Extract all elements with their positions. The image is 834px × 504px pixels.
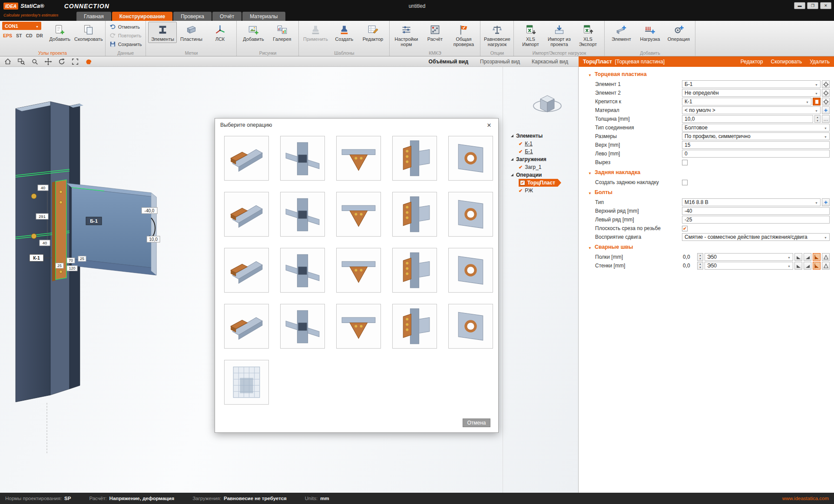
pick-element-button[interactable] (822, 98, 830, 105)
undo-button[interactable]: Отменить (108, 23, 144, 31)
import-from-project-button[interactable]: Импорт из проекта (545, 22, 573, 48)
save-button[interactable]: Сохранить (108, 40, 144, 48)
create-backplate-checkbox[interactable] (682, 180, 688, 185)
3d-model[interactable]: Б-1 К-1 40 291 (3, 96, 212, 456)
template-editor-button[interactable]: Редактор (358, 22, 387, 43)
add-member-button[interactable]: Элемент (607, 22, 635, 43)
operation-thumbnail[interactable] (392, 136, 437, 181)
delete-action[interactable]: Удалить (810, 59, 830, 65)
attached-to-select[interactable]: К-1 (682, 98, 811, 105)
tab-design[interactable]: Конструирование (112, 12, 173, 21)
shear-plane-checkbox[interactable] (682, 226, 688, 231)
cutout-checkbox[interactable] (682, 160, 688, 165)
rotate-icon[interactable] (57, 57, 66, 66)
labels-elements-button[interactable]: Элементы (148, 22, 177, 43)
tree-item-k1[interactable]: К-1 (511, 140, 558, 148)
operation-thumbnail[interactable] (224, 192, 269, 237)
operation-thumbnail[interactable] (336, 248, 381, 293)
beam-label[interactable]: Б-1 (86, 217, 102, 225)
tree-group-loads[interactable]: Загружения (511, 155, 558, 163)
tree-item-b1[interactable]: Б-1 (511, 148, 558, 155)
tab-check[interactable]: Проверка (173, 12, 212, 21)
minimize-button[interactable]: ▬ (794, 2, 805, 9)
view-mode-solid[interactable]: Объёмный вид (429, 59, 468, 65)
operation-thumbnail[interactable] (224, 360, 269, 405)
section-bolts-header[interactable]: Болты (579, 187, 834, 198)
operation-thumbnail[interactable] (448, 248, 493, 293)
close-icon[interactable]: ✕ (485, 122, 493, 128)
website-link[interactable]: www.ideastatica.com (782, 496, 829, 501)
mode-cd[interactable]: CD (26, 33, 32, 38)
flange-weld-stepper[interactable] (697, 253, 703, 261)
view-mode-wireframe[interactable]: Каркасный вид (532, 59, 568, 65)
operation-thumbnail[interactable] (280, 248, 325, 293)
operation-thumbnail[interactable] (224, 248, 269, 293)
operation-thumbnail[interactable] (448, 192, 493, 237)
operation-thumbnail[interactable] (448, 136, 493, 181)
material-select[interactable]: < по умолч > (682, 106, 821, 114)
home-view-icon[interactable] (3, 57, 12, 66)
xls-import-button[interactable]: XLS Импорт (516, 22, 545, 48)
tab-materials[interactable]: Материалы (242, 12, 285, 21)
add-bolt-assembly-button[interactable] (822, 198, 830, 206)
code-setup-button[interactable]: Настройки норм (392, 22, 420, 48)
zoom-window-icon[interactable] (17, 57, 26, 66)
operation-thumbnail[interactable] (392, 248, 437, 293)
spin-up-icon[interactable] (815, 115, 820, 119)
add-node-button[interactable]: Добавить (46, 22, 74, 43)
copy-action[interactable]: Скопировать (771, 59, 802, 65)
operation-thumbnail[interactable] (224, 304, 269, 349)
shear-transfer-select[interactable]: Смятие - совместное действие растяжения/… (682, 233, 830, 241)
spin-down-icon[interactable] (698, 257, 703, 260)
weld-type-button[interactable] (822, 253, 830, 261)
operation-thumbnail[interactable] (280, 192, 325, 237)
plate-bolt[interactable] (60, 191, 63, 194)
bolt-head[interactable] (31, 234, 36, 239)
joint-type-select[interactable]: Болтовое (682, 124, 830, 132)
weld-type-button[interactable] (822, 262, 830, 270)
gallery-button[interactable]: Галерея (268, 22, 296, 43)
weld-type-button[interactable] (804, 262, 811, 270)
plate-bolt[interactable] (60, 201, 63, 204)
weld-type-button-active[interactable] (813, 262, 821, 270)
apply-template-button[interactable]: Применить (301, 22, 330, 43)
checkbox-icon[interactable] (520, 180, 525, 185)
copy-node-button[interactable]: Скопировать (74, 22, 103, 43)
labels-lcs-button[interactable]: ЛСК (205, 22, 234, 43)
flange-weld-size[interactable]: 0,0 (682, 253, 696, 261)
operation-thumbnail[interactable] (224, 136, 269, 181)
operation-thumbnail[interactable] (392, 304, 437, 349)
weld-type-button[interactable] (794, 262, 802, 270)
create-template-button[interactable]: Создать (330, 22, 358, 43)
render-settings-icon[interactable] (84, 57, 93, 66)
tree-group-operations[interactable]: Операции (511, 171, 558, 179)
column-flange-face[interactable] (16, 102, 50, 402)
operation-thumbnail[interactable] (280, 304, 325, 349)
load-equilibrium-button[interactable]: Равновесие нагрузок (483, 22, 511, 48)
thickness-stepper[interactable] (814, 115, 821, 123)
weld-type-button[interactable] (804, 253, 811, 261)
maximize-button[interactable]: ❐ (807, 2, 818, 9)
add-operation-button[interactable]: Операция (664, 22, 693, 43)
redo-button[interactable]: Повторить (108, 31, 144, 40)
zoom-icon[interactable] (30, 57, 39, 66)
bolt-top-row-input[interactable]: -40 (682, 207, 830, 215)
flange-electrode-select[interactable]: Э50 (705, 253, 793, 261)
more-options-button[interactable] (822, 115, 830, 123)
tree-item-load1[interactable]: Загр_1 (511, 163, 558, 171)
thickness-input[interactable]: 10,0 (682, 115, 813, 123)
overall-check-button[interactable]: Общая проверка (449, 22, 478, 48)
weld-type-button[interactable] (794, 253, 802, 261)
bolt-type-select[interactable]: M16 8.8 B (682, 198, 821, 206)
add-load-button[interactable]: Нагрузка (635, 22, 664, 43)
section-endplate-header[interactable]: Торцевая пластина (579, 69, 834, 80)
mode-dr[interactable]: DR (36, 33, 43, 38)
3d-viewport[interactable]: Б-1 К-1 40 291 (0, 67, 579, 493)
operation-thumbnail[interactable] (336, 192, 381, 237)
pick-element-button[interactable] (822, 89, 830, 97)
spin-up-icon[interactable] (698, 254, 703, 257)
close-button[interactable]: ✕ (820, 2, 831, 9)
editor-action[interactable]: Редактор (741, 59, 763, 65)
section-welds-header[interactable]: Сварные швы (579, 241, 834, 253)
pan-icon[interactable] (44, 57, 53, 66)
